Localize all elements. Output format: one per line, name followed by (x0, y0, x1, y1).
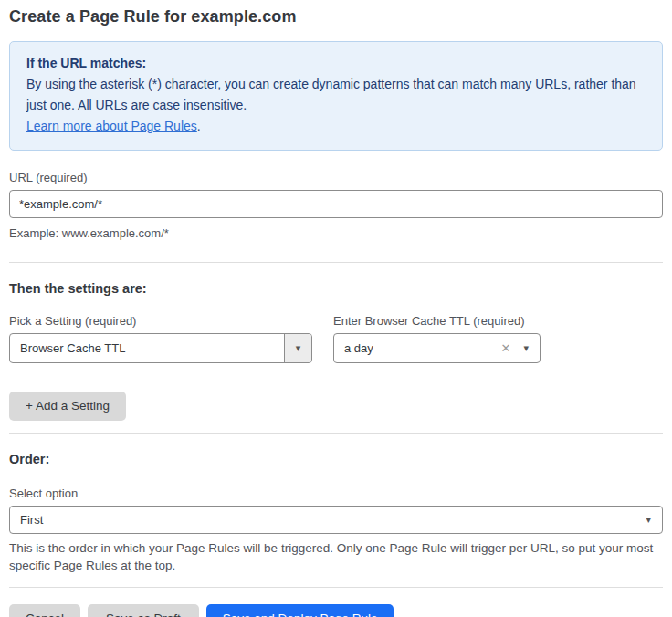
order-section-heading: Order: (9, 452, 663, 466)
info-box-heading: If the URL matches: (26, 53, 646, 74)
order-helper-text: This is the order in which your Page Rul… (9, 539, 663, 574)
order-select-label: Select option (9, 486, 663, 500)
chevron-down-icon: ▾ (646, 515, 662, 525)
setting-select-label: Pick a Setting (required) (9, 314, 312, 328)
save-and-deploy-button[interactable]: Save and Deploy Page Rule (206, 604, 394, 617)
info-box-body: By using the asterisk (*) character, you… (26, 74, 646, 116)
info-box-link-line: Learn more about Page Rules. (26, 116, 646, 137)
settings-dropdown-row: Pick a Setting (required) Browser Cache … (9, 296, 663, 363)
divider (9, 433, 663, 434)
link-suffix: . (197, 119, 201, 133)
settings-section-heading: Then the settings are: (9, 281, 663, 296)
clear-icon[interactable]: ✕ (501, 342, 511, 354)
ttl-select-label: Enter Browser Cache TTL (required) (333, 314, 541, 328)
setting-select[interactable]: Browser Cache TTL ▾ (9, 333, 312, 363)
chevron-down-icon[interactable]: ▾ (523, 343, 529, 353)
url-field-label: URL (required) (9, 171, 663, 184)
url-input[interactable] (9, 190, 663, 218)
order-select[interactable]: First ▾ (9, 506, 663, 534)
ttl-select[interactable]: a day ✕ ▾ (333, 333, 541, 363)
ttl-select-icons: ✕ ▾ (501, 342, 540, 354)
form-actions: Cancel Save as Draft Save and Deploy Pag… (9, 604, 663, 617)
add-setting-button[interactable]: + Add a Setting (9, 392, 126, 421)
page-title: Create a Page Rule for example.com (9, 7, 663, 26)
setting-select-arrow-segment[interactable]: ▾ (284, 334, 311, 362)
divider (9, 587, 663, 588)
order-select-value: First (10, 513, 646, 527)
cancel-button[interactable]: Cancel (9, 604, 80, 617)
url-field-helper: Example: www.example.com/* (9, 225, 663, 242)
ttl-select-value: a day (334, 341, 501, 355)
learn-more-link[interactable]: Learn more about Page Rules (26, 119, 197, 133)
setting-select-value: Browser Cache TTL (10, 341, 284, 355)
page-rule-form: Create a Page Rule for example.com If th… (0, 0, 672, 617)
chevron-down-icon: ▾ (296, 343, 301, 353)
setting-select-column: Pick a Setting (required) Browser Cache … (9, 296, 312, 363)
divider (9, 262, 663, 263)
url-match-info-box: If the URL matches: By using the asteris… (9, 41, 663, 151)
ttl-select-column: Enter Browser Cache TTL (required) a day… (333, 296, 541, 363)
save-as-draft-button[interactable]: Save as Draft (88, 604, 199, 617)
